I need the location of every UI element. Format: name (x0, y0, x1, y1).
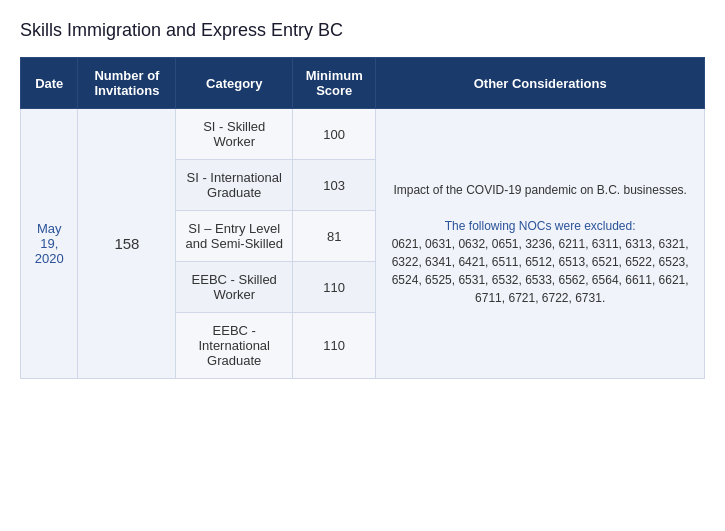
category-cell: SI – Entry Level and Semi-Skilled (176, 211, 293, 262)
score-cell: 81 (293, 211, 376, 262)
category-cell: EEBC - International Graduate (176, 313, 293, 379)
score-cell: 103 (293, 160, 376, 211)
score-cell: 110 (293, 313, 376, 379)
header-score: Minimum Score (293, 58, 376, 109)
score-cell: 100 (293, 109, 376, 160)
header-date: Date (21, 58, 78, 109)
category-cell: SI - Skilled Worker (176, 109, 293, 160)
header-invitations: Number of Invitations (78, 58, 176, 109)
date-cell: May 19, 2020 (21, 109, 78, 379)
other-cell: Impact of the COVID-19 pandemic on B.C. … (376, 109, 705, 379)
header-category: Category (176, 58, 293, 109)
main-table: Date Number of Invitations Category Mini… (20, 57, 705, 379)
score-cell: 110 (293, 262, 376, 313)
header-other: Other Considerations (376, 58, 705, 109)
category-cell: EEBC - Skilled Worker (176, 262, 293, 313)
page-title: Skills Immigration and Express Entry BC (20, 20, 705, 41)
invitations-cell: 158 (78, 109, 176, 379)
category-cell: SI - International Graduate (176, 160, 293, 211)
